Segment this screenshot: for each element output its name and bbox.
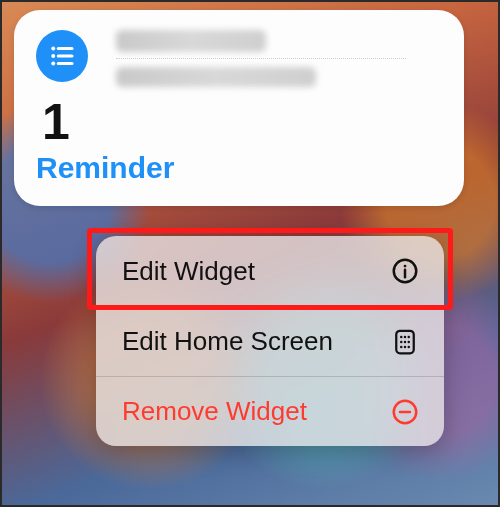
- menu-item-remove-widget[interactable]: Remove Widget: [96, 376, 444, 446]
- svg-point-14: [404, 340, 407, 343]
- bullet-list-icon: [36, 30, 88, 82]
- svg-point-2: [51, 54, 55, 58]
- menu-item-label: Remove Widget: [122, 396, 307, 427]
- svg-point-15: [408, 340, 411, 343]
- reminder-preview: [116, 28, 442, 93]
- reminder-subtitle-blurred: [116, 67, 316, 87]
- svg-point-16: [400, 345, 403, 348]
- reminder-count: 1: [42, 97, 442, 147]
- minus-circle-icon: [390, 397, 420, 427]
- reminder-title-blurred: [116, 30, 266, 52]
- divider: [116, 58, 406, 59]
- svg-point-18: [408, 345, 411, 348]
- menu-item-edit-home-screen[interactable]: Edit Home Screen: [96, 306, 444, 376]
- svg-point-12: [408, 335, 411, 338]
- svg-point-11: [404, 335, 407, 338]
- svg-point-0: [51, 47, 55, 51]
- svg-point-7: [404, 265, 407, 268]
- apps-grid-icon: [390, 327, 420, 357]
- svg-point-13: [400, 340, 403, 343]
- svg-point-10: [400, 335, 403, 338]
- menu-item-label: Edit Home Screen: [122, 326, 333, 357]
- svg-point-4: [51, 62, 55, 66]
- reminders-widget[interactable]: 1 Reminder: [14, 10, 464, 206]
- widget-header: [36, 28, 442, 93]
- menu-item-label: Edit Widget: [122, 256, 255, 287]
- info-circle-icon: [390, 256, 420, 286]
- widget-context-menu: Edit Widget Edit Home Screen: [96, 236, 444, 446]
- svg-point-17: [404, 345, 407, 348]
- menu-item-edit-widget[interactable]: Edit Widget: [96, 236, 444, 306]
- widget-label: Reminder: [36, 151, 442, 185]
